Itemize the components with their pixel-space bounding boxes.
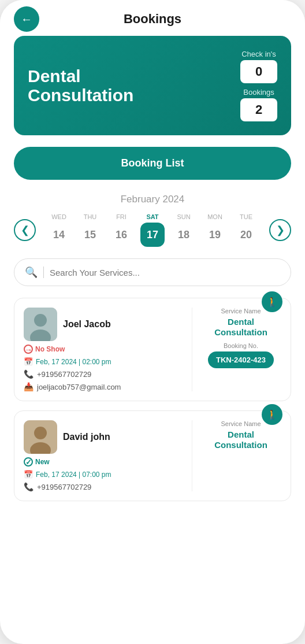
calendar-day[interactable]: THU 15	[76, 213, 104, 247]
email-row: 📥 joeljacob757@gmail.com	[24, 382, 184, 391]
calendar-prev-button[interactable]: ❮	[14, 219, 36, 241]
phone-icon: 📞	[24, 482, 34, 491]
calendar-month: February 2024	[14, 194, 291, 205]
patient-avatar	[24, 308, 57, 341]
status-text: New	[35, 458, 50, 466]
day-label: WED	[51, 213, 66, 220]
header: ← Bookings	[0, 0, 305, 36]
day-num: 17	[140, 223, 165, 247]
date-text: Feb, 17 2024 | 07:00 pm	[36, 471, 111, 479]
phone-row: 📞 +919567702729	[24, 369, 184, 379]
service-name-right: Dental Consultation	[200, 430, 281, 450]
booking-list-button[interactable]: Booking List	[14, 147, 291, 180]
phone-row: 📞 +919567702729	[24, 482, 184, 491]
calendar-days: WED 14 THU 15 FRI 16 SAT 17 SUN 18 MON 1…	[36, 213, 269, 247]
email-icon: 📥	[24, 382, 34, 391]
calendar-day[interactable]: SUN 18	[170, 213, 198, 247]
booking-left: David john ✓ New 📅 Feb, 17 2024 | 07:00 …	[24, 420, 192, 491]
day-num: 16	[109, 223, 133, 247]
day-num: 19	[203, 223, 227, 247]
patient-avatar	[24, 420, 57, 454]
page-title: Bookings	[124, 12, 181, 27]
patient-email: joeljacob757@gmail.com	[37, 383, 121, 391]
day-label: SAT	[146, 213, 158, 220]
search-divider	[43, 267, 44, 278]
booking-date: 📅 Feb, 17 2024 | 02:00 pm	[24, 357, 184, 366]
patient-phone: +919567702729	[37, 370, 91, 379]
patient-phone: +919567702729	[37, 483, 91, 491]
day-num: 20	[234, 223, 258, 247]
calendar-day[interactable]: TUE 20	[232, 213, 260, 247]
calendar-day[interactable]: MON 19	[201, 213, 229, 247]
service-name-right: Dental Consultation	[200, 317, 281, 338]
search-icon: 🔍	[25, 266, 38, 279]
walk-in-icon: 🚶	[266, 409, 278, 420]
day-label: FRI	[116, 213, 127, 220]
status-badge: → No Show	[24, 345, 184, 354]
back-button[interactable]: ←	[14, 6, 39, 32]
bookings-list: Joel Jacob → No Show 📅 Feb, 17 2024 | 02…	[14, 298, 291, 501]
calendar-day[interactable]: SAT 17	[139, 213, 166, 247]
day-label: SUN	[177, 213, 190, 220]
patient-row: Joel Jacob	[24, 308, 184, 341]
walk-in-icon: 🚶	[266, 297, 278, 308]
date-text: Feb, 17 2024 | 02:00 pm	[36, 358, 111, 366]
status-text: No Show	[35, 345, 65, 353]
service-card: Dental Consultation Check in's 0 Booking…	[14, 36, 291, 135]
day-label: TUE	[240, 213, 252, 220]
patient-name: David john	[63, 432, 110, 442]
svg-point-4	[34, 427, 47, 439]
bookings-value: 2	[240, 98, 277, 121]
booking-card: David john ✓ New 📅 Feb, 17 2024 | 07:00 …	[14, 410, 291, 501]
day-num: 18	[172, 223, 196, 247]
booking-right: 🚶 Service Name Dental Consultation Booki…	[200, 308, 281, 391]
checkins-label: Check in's	[240, 50, 277, 58]
checkins-group: Check in's 0	[240, 50, 277, 83]
svg-point-1	[34, 314, 47, 327]
bookings-label: Bookings	[240, 88, 277, 97]
patient-name: Joel Jacob	[63, 319, 111, 330]
search-bar: 🔍	[14, 258, 291, 286]
calendar-day[interactable]: WED 14	[45, 213, 73, 247]
back-arrow-icon: ←	[21, 13, 32, 25]
day-label: MON	[207, 213, 222, 220]
day-num: 14	[47, 223, 71, 247]
service-card-name: Dental Consultation	[28, 66, 155, 105]
walk-in-badge: 🚶	[262, 404, 282, 425]
status-badge: ✓ New	[24, 457, 184, 467]
calendar-section: February 2024 ❮ WED 14 THU 15 FRI 16 SAT…	[14, 194, 291, 247]
day-num: 15	[78, 223, 102, 247]
booking-left: Joel Jacob → No Show 📅 Feb, 17 2024 | 02…	[24, 308, 192, 391]
service-label: Service Name	[221, 420, 261, 427]
booking-date: 📅 Feb, 17 2024 | 07:00 pm	[24, 470, 184, 479]
patient-row: David john	[24, 420, 184, 454]
search-input[interactable]	[50, 268, 280, 277]
checkins-value: 0	[240, 60, 277, 83]
calendar-row: ❮ WED 14 THU 15 FRI 16 SAT 17 SUN 18 MON…	[14, 213, 291, 247]
calendar-next-button[interactable]: ❯	[269, 219, 291, 241]
walk-in-badge: 🚶	[262, 291, 282, 312]
bookings-group: Bookings 2	[240, 88, 277, 121]
service-stats: Check in's 0 Bookings 2	[240, 50, 277, 121]
booking-right: 🚶 Service Name Dental Consultation	[200, 420, 281, 491]
day-label: THU	[84, 213, 97, 220]
calendar-day[interactable]: FRI 16	[107, 213, 135, 247]
booking-no-label: Booking No.	[224, 342, 258, 349]
service-label: Service Name	[221, 308, 261, 314]
booking-card: Joel Jacob → No Show 📅 Feb, 17 2024 | 02…	[14, 298, 291, 401]
booking-token[interactable]: TKN-2402-423	[208, 351, 274, 368]
phone-icon: 📞	[24, 369, 34, 379]
